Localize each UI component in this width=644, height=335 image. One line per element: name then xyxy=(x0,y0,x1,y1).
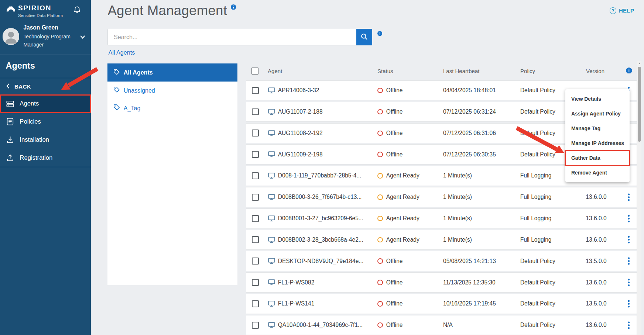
agent-name: DESKTOP-ND8V9JQ_79e184e... xyxy=(278,258,364,265)
status-label: Offline xyxy=(386,87,403,94)
brand: SPIRION Sensitive Data Platform xyxy=(0,0,91,20)
status-label: Agent Ready xyxy=(386,215,419,222)
tag-item-a-tag[interactable]: A_Tag xyxy=(107,99,237,117)
agent-name: AUG11009-2-198 xyxy=(278,151,323,158)
table-row[interactable]: FL1-P-WS141 Offline 10/16/2025 17:19:45 … xyxy=(246,294,637,314)
row-actions-kebab-icon[interactable] xyxy=(625,234,632,245)
status-dot xyxy=(377,173,383,178)
menu-item-manage-tag[interactable]: Manage Tag xyxy=(565,121,630,136)
column-header-policy[interactable]: Policy xyxy=(516,68,582,74)
status-dot xyxy=(377,131,383,136)
policy-name: Default Policy xyxy=(516,258,582,265)
row-actions-kebab-icon[interactable] xyxy=(625,277,632,288)
column-header-version[interactable]: Version xyxy=(582,68,621,74)
tag-item-unassigned[interactable]: Unassigned xyxy=(107,82,237,99)
agent-version: 13.6.0.0 xyxy=(582,236,620,243)
row-checkbox[interactable] xyxy=(252,108,259,115)
row-checkbox[interactable] xyxy=(252,129,259,137)
app-root: SPIRION Sensitive Data Platform Jason Gr… xyxy=(0,0,644,335)
help-link[interactable]: ? HELP xyxy=(610,7,634,14)
agent-name: AUG11008-2-192 xyxy=(278,130,323,137)
back-button[interactable]: BACK xyxy=(0,78,91,94)
row-actions-kebab-icon[interactable] xyxy=(625,320,632,331)
menu-item-assign-agent-policy[interactable]: Assign Agent Policy xyxy=(565,106,630,121)
notifications-bell-icon[interactable] xyxy=(73,6,81,15)
last-heartbeat: 1 Minute(s) xyxy=(439,172,516,179)
status-dot xyxy=(377,152,383,157)
vertical-scrollbar[interactable]: ▲ xyxy=(637,61,641,335)
agent-name: D008B000-3-26_7f667b4b-c13... xyxy=(278,194,362,200)
monitor-icon xyxy=(268,109,275,115)
agent-name: APR14006-3-32 xyxy=(278,87,319,94)
sidebar-item-installation[interactable]: Installation xyxy=(0,131,91,149)
agent-version: 13.6.0.0 xyxy=(582,194,620,200)
select-all-checkbox[interactable] xyxy=(251,68,258,75)
row-checkbox[interactable] xyxy=(252,300,259,307)
agent-version: 13.5.0.0 xyxy=(582,258,620,265)
table-row[interactable]: D008B002-3-28_3bcb668a-4e2... Agent Read… xyxy=(246,230,637,250)
chevron-down-icon[interactable] xyxy=(78,31,86,42)
menu-item-view-details[interactable]: View Details xyxy=(565,91,630,106)
status-dot xyxy=(377,280,383,285)
scrollbar-thumb[interactable] xyxy=(638,67,641,141)
user-profile[interactable]: Jason Green Technology Program Manager xyxy=(0,20,91,55)
policy-name: Default Policy xyxy=(516,322,582,328)
sidebar-item-agents[interactable]: Agents xyxy=(0,95,91,113)
download-icon xyxy=(6,136,14,144)
sidebar-nav: BACK Agents Policies Installation xyxy=(0,78,91,167)
row-actions-kebab-icon[interactable] xyxy=(625,298,632,309)
column-header-heartbeat[interactable]: Last Heartbeat xyxy=(439,68,516,74)
tag-icon xyxy=(113,104,120,112)
monitor-icon xyxy=(268,258,275,264)
search-info-icon[interactable] xyxy=(377,30,382,38)
last-heartbeat: 05/08/2025 14:21:13 xyxy=(439,258,516,265)
policy-name: Full Logging xyxy=(516,215,582,222)
table-row[interactable]: QA10A000-1-44_7034969c-7f1... Offline N/… xyxy=(246,315,637,335)
row-actions-kebab-icon[interactable] xyxy=(625,191,632,203)
menu-item-manage-ip-addresses[interactable]: Manage IP Addresses xyxy=(565,136,630,151)
column-header-agent[interactable]: Agent xyxy=(263,68,373,74)
search-button[interactable] xyxy=(356,29,372,46)
breadcrumb[interactable]: All Agents xyxy=(109,49,135,56)
sidebar-item-registration[interactable]: Registration xyxy=(0,149,91,167)
row-checkbox[interactable] xyxy=(252,258,259,265)
policies-icon xyxy=(6,118,14,125)
column-header-status[interactable]: Status xyxy=(373,68,439,74)
row-checkbox[interactable] xyxy=(252,151,259,158)
agent-version: 13.5.0.0 xyxy=(582,300,620,307)
status-dot xyxy=(377,194,383,200)
row-checkbox[interactable] xyxy=(252,172,259,179)
agent-name: D008-1-119_770babb7-28b5-4... xyxy=(278,172,362,179)
row-actions-kebab-icon[interactable] xyxy=(625,213,632,224)
monitor-icon xyxy=(268,322,275,328)
menu-item-gather-data[interactable]: Gather Data xyxy=(565,151,630,165)
status-label: Offline xyxy=(386,258,403,265)
row-checkbox[interactable] xyxy=(252,236,259,243)
agents-icon xyxy=(6,100,14,108)
table-row[interactable]: DESKTOP-ND8V9JQ_79e184e... Offline 05/08… xyxy=(246,251,637,271)
status-label: Offline xyxy=(386,322,403,328)
sidebar-item-policies[interactable]: Policies xyxy=(0,113,91,131)
menu-item-remove-agent[interactable]: Remove Agent xyxy=(565,165,630,180)
status-label: Offline xyxy=(386,130,403,137)
status-dot xyxy=(377,109,383,114)
tag-item-all-agents[interactable]: All Agents xyxy=(107,63,237,82)
search-input[interactable] xyxy=(107,29,356,46)
title-info-icon[interactable] xyxy=(231,4,236,11)
table-info-icon[interactable] xyxy=(626,68,632,75)
last-heartbeat: 1 Minute(s) xyxy=(439,236,516,243)
row-checkbox[interactable] xyxy=(252,194,259,201)
monitor-icon xyxy=(268,215,275,222)
row-checkbox[interactable] xyxy=(252,279,259,286)
scroll-up-arrow-icon[interactable]: ▲ xyxy=(637,61,641,66)
row-actions-kebab-icon[interactable] xyxy=(625,256,632,267)
table-row[interactable]: D008B001-3-27_bc963209-6e5... Agent Read… xyxy=(246,208,637,228)
row-checkbox[interactable] xyxy=(252,215,259,222)
agent-name: AUG11007-2-188 xyxy=(278,108,323,115)
row-checkbox[interactable] xyxy=(252,322,259,329)
table-row[interactable]: D008B000-3-26_7f667b4b-c13... Agent Read… xyxy=(246,187,637,207)
monitor-icon xyxy=(268,130,275,137)
table-row[interactable]: FL1-P-WS082 Offline 11/13/2025 12:35:30 … xyxy=(246,272,637,292)
agent-name: D008B002-3-28_3bcb668a-4e2... xyxy=(278,236,363,243)
row-checkbox[interactable] xyxy=(252,87,259,94)
